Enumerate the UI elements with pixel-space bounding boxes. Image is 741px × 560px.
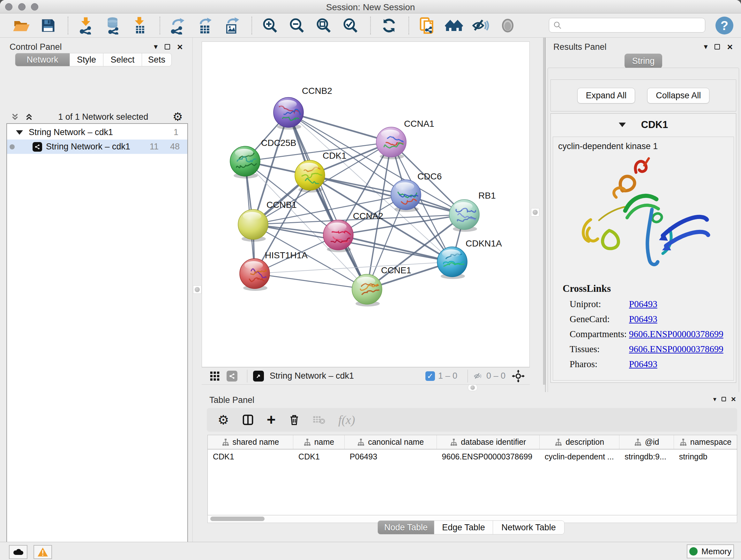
tab-edge-table[interactable]: Edge Table — [434, 520, 493, 535]
crosslink-link[interactable]: P06493 — [629, 359, 657, 369]
table-row[interactable]: CDK1 CDK1 P06493 9606.ENSP00000378699 cy… — [208, 449, 737, 463]
close-panel-icon[interactable]: × — [727, 44, 733, 50]
close-panel-icon[interactable]: × — [731, 396, 736, 402]
network-node-CDKN1A[interactable]: CDKN1A — [437, 239, 502, 277]
detach-view-icon[interactable] — [253, 371, 264, 381]
node-label-RB1: RB1 — [478, 191, 495, 200]
import-database-button[interactable] — [104, 16, 123, 36]
close-panel-icon[interactable]: × — [177, 44, 183, 50]
gear-icon[interactable]: ⚙ — [173, 111, 183, 123]
show-view-button[interactable] — [498, 16, 518, 36]
maximize-panel-icon[interactable] — [722, 397, 726, 401]
cloud-status-button[interactable] — [9, 545, 27, 559]
crosslink-link[interactable]: P06493 — [629, 299, 657, 309]
network-node-RB1[interactable]: RB1 — [449, 191, 495, 230]
zoom-fit-icon — [315, 17, 333, 35]
zoom-fit-button[interactable] — [314, 16, 334, 36]
column-header[interactable]: description — [540, 435, 619, 449]
horizontal-splitter-handle[interactable] — [468, 384, 477, 391]
import-table-icon — [131, 17, 149, 35]
network-view-icon[interactable] — [226, 371, 238, 381]
search-field[interactable] — [549, 18, 705, 33]
window-title: Session: New Session — [0, 2, 741, 12]
tab-network-table[interactable]: Network Table — [493, 520, 564, 535]
memory-button[interactable]: Memory — [687, 544, 734, 558]
search-input[interactable] — [562, 20, 696, 30]
zoom-in-button[interactable] — [260, 16, 280, 36]
network-node-CCNB1[interactable]: CCNB1 — [238, 200, 297, 240]
tab-network[interactable]: Network — [15, 53, 70, 66]
table-panel-window-controls: ▾ × — [713, 395, 736, 403]
expand-all-button[interactable]: Expand All — [577, 88, 635, 104]
save-session-button[interactable] — [38, 16, 58, 36]
collapse-triangle-icon[interactable] — [619, 123, 626, 127]
right-splitter-handle[interactable] — [531, 208, 539, 216]
import-network-button[interactable] — [77, 16, 96, 36]
node-label-CCNA1: CCNA1 — [404, 119, 434, 129]
left-splitter[interactable] — [193, 38, 202, 542]
import-table-button[interactable] — [130, 16, 150, 36]
collapse-all-button[interactable]: Collapse All — [647, 88, 710, 104]
network-node-CCNA1[interactable]: CCNA1 — [376, 119, 434, 157]
network-graph[interactable]: CCNB2CCNA1CDC25BCDK1CDC6RB1CCNB1CCNA2CDK… — [202, 42, 529, 367]
warnings-button[interactable] — [33, 545, 52, 559]
selected-nodes-checkbox[interactable]: ✓ — [425, 371, 435, 381]
column-header[interactable]: database identifier — [437, 435, 540, 449]
scrollbar-thumb[interactable] — [210, 516, 265, 521]
delete-column-trash-icon[interactable] — [288, 414, 300, 426]
refresh-button[interactable] — [379, 16, 399, 36]
column-header[interactable]: canonical name — [345, 435, 437, 449]
column-header[interactable]: shared name — [208, 435, 293, 449]
birdseye-crosshair-icon[interactable] — [512, 370, 525, 382]
expand-all-icon[interactable] — [10, 112, 20, 122]
export-network-button[interactable] — [169, 16, 188, 36]
grid-view-icon[interactable] — [209, 371, 220, 381]
toolbar-separator — [159, 17, 160, 35]
right-splitter[interactable] — [530, 38, 545, 392]
search-icon — [553, 21, 562, 30]
toolbar-separator — [252, 17, 252, 35]
network-canvas[interactable]: CCNB2CCNA1CDC25BCDK1CDC6RB1CCNB1CCNA2CDK… — [202, 42, 530, 367]
node-label-CCNE1: CCNE1 — [381, 265, 411, 275]
collapse-triangle-icon[interactable] — [16, 130, 23, 135]
hide-selected-button[interactable] — [471, 16, 491, 36]
network-row[interactable]: String Network – cdk1 11 48 — [7, 139, 187, 154]
network-collection-row[interactable]: String Network – cdk1 1 — [7, 125, 187, 139]
table-settings-gear-icon[interactable]: ⚙ — [218, 414, 229, 426]
tab-string[interactable]: String — [624, 54, 662, 68]
crosslink-link[interactable]: 9606.ENSP00000378699 — [629, 329, 724, 339]
select-columns-icon[interactable] — [242, 414, 254, 426]
help-button[interactable]: ? — [716, 17, 733, 35]
tab-node-table[interactable]: Node Table — [378, 520, 434, 535]
left-splitter-handle[interactable] — [193, 286, 201, 294]
annotations-button[interactable] — [417, 16, 437, 36]
node-table[interactable]: shared name name canonical name database… — [207, 435, 737, 515]
float-panel-icon[interactable]: ▾ — [704, 42, 708, 51]
maximize-panel-icon[interactable] — [715, 44, 720, 50]
column-header[interactable]: namespace — [674, 435, 737, 449]
zoom-out-button[interactable] — [287, 16, 307, 36]
crosslink-row: Pharos: P06493 — [569, 359, 734, 369]
tab-style[interactable]: Style — [70, 53, 104, 66]
tab-sets[interactable]: Sets — [142, 53, 172, 66]
add-column-icon[interactable]: + — [267, 414, 276, 426]
crosslink-link[interactable]: P06493 — [629, 314, 657, 324]
column-type-icon — [634, 438, 642, 446]
home-button[interactable] — [444, 16, 464, 36]
gene-section-header[interactable]: CDK1 — [551, 114, 736, 136]
export-image-button[interactable] — [222, 16, 242, 36]
network-node-HIST1H1A[interactable]: HIST1H1A — [240, 250, 308, 289]
column-header[interactable]: @id — [619, 435, 674, 449]
maximize-panel-icon[interactable] — [165, 44, 170, 50]
float-panel-icon[interactable]: ▾ — [154, 42, 158, 51]
export-table-button[interactable] — [195, 16, 215, 36]
import-network-icon — [77, 17, 95, 35]
zoom-selected-button[interactable] — [341, 16, 360, 36]
tab-select[interactable]: Select — [104, 53, 142, 66]
column-header[interactable]: name — [293, 435, 345, 449]
crosslink-link[interactable]: 9606.ENSP00000378699 — [629, 344, 724, 354]
open-session-button[interactable] — [11, 16, 31, 36]
collapse-all-icon[interactable] — [24, 112, 34, 122]
float-panel-icon[interactable]: ▾ — [713, 395, 717, 403]
node-label-CDKN1A: CDKN1A — [466, 239, 502, 248]
